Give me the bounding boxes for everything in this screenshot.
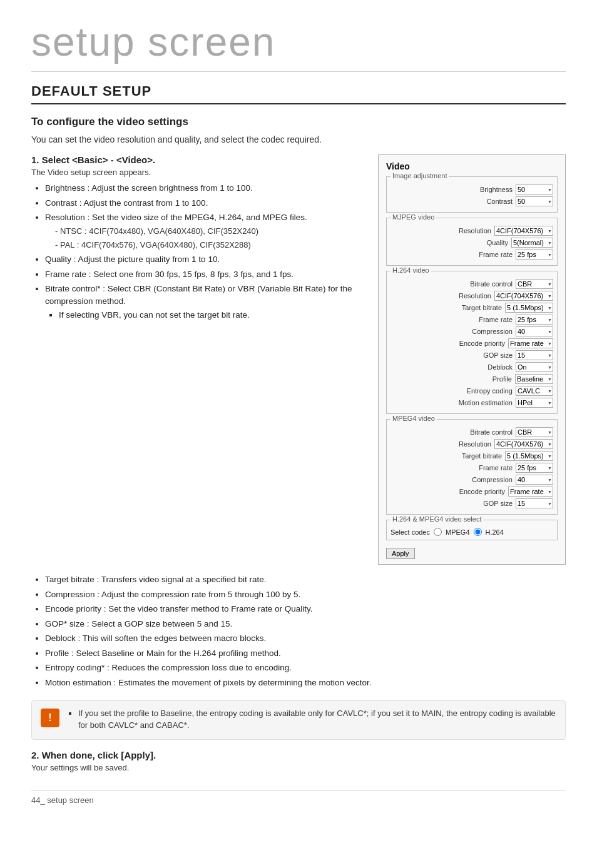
description-text: You can set the video resolution and qua… bbox=[31, 134, 566, 144]
h264-encodepriority-select[interactable]: Frame rate bbox=[508, 338, 553, 348]
h264-bitrate-row: Bitrate control CBR bbox=[390, 279, 553, 289]
mjpeg-framerate-select[interactable]: 25 fps bbox=[516, 250, 553, 260]
h264-encodepriority-select-wrapper[interactable]: Frame rate bbox=[508, 338, 553, 348]
brightness-row: Brightness 50 bbox=[390, 184, 553, 194]
mpeg4-gopsize-select[interactable]: 15 bbox=[516, 498, 553, 508]
step1-number: 1. Select <Basic> - <Video>. bbox=[31, 154, 363, 165]
h264-profile-select-wrapper[interactable]: Baseline bbox=[515, 374, 553, 384]
mpeg4-compression-label: Compression bbox=[390, 476, 516, 483]
list-item: Brightness : Adjust the screen brightnes… bbox=[45, 182, 363, 194]
h264-targetbitrate-select-wrapper[interactable]: 5 (1.5Mbps) bbox=[505, 303, 553, 313]
h264-compression-select[interactable]: 40 bbox=[516, 326, 553, 336]
mpeg4-framerate-select-wrapper[interactable]: 25 fps bbox=[516, 463, 553, 473]
h264-resolution-select-wrapper[interactable]: 4CIF(704X576) bbox=[494, 291, 553, 301]
list-item: Encode priority : Set the video transfer… bbox=[45, 603, 566, 615]
apply-button[interactable]: Apply bbox=[386, 548, 415, 559]
contrast-select[interactable]: 50 bbox=[516, 196, 553, 206]
mpeg4-framerate-select[interactable]: 25 fps bbox=[516, 463, 553, 473]
h264-motionestimation-select[interactable]: HPel bbox=[516, 398, 553, 408]
h264-gopsize-select-wrapper[interactable]: 15 bbox=[516, 350, 553, 360]
step-1: 1. Select <Basic> - <Video>. The Video s… bbox=[31, 154, 363, 321]
codec-select-label: H.264 & MPEG4 video select bbox=[390, 515, 483, 523]
brightness-select-wrapper[interactable]: 50 bbox=[516, 184, 553, 194]
mjpeg-framerate-select-wrapper[interactable]: 25 fps bbox=[516, 250, 553, 260]
mjpeg-resolution-select-wrapper[interactable]: 4CIF(704X576) bbox=[494, 226, 553, 236]
h264-deblock-select[interactable]: On bbox=[516, 362, 553, 372]
h264-resolution-select[interactable]: 4CIF(704X576) bbox=[494, 291, 553, 301]
h264-compression-label: Compression bbox=[390, 328, 516, 335]
note-text: If you set the profile to Baseline, the … bbox=[67, 707, 556, 733]
mpeg4-bitrate-select[interactable]: CBR bbox=[516, 427, 553, 437]
h264-profile-select[interactable]: Baseline bbox=[515, 374, 553, 384]
main-layout: 1. Select <Basic> - <Video>. The Video s… bbox=[31, 154, 566, 565]
h264-profile-row: Profile Baseline bbox=[390, 374, 553, 384]
mpeg4-encodepriority-select[interactable]: Frame rate bbox=[508, 487, 553, 497]
codec-mpeg4-radio[interactable] bbox=[434, 528, 442, 536]
note-list-item: If you set the profile to Baseline, the … bbox=[78, 707, 556, 732]
h264-entropycoding-label: Entropy coding bbox=[390, 387, 516, 395]
h264-gopsize-select[interactable]: 15 bbox=[516, 350, 553, 360]
h264-deblock-select-wrapper[interactable]: On bbox=[516, 362, 553, 372]
mpeg4-gopsize-select-wrapper[interactable]: 15 bbox=[516, 498, 553, 508]
full-bullets-section: Target bitrate : Transfers video signal … bbox=[31, 573, 566, 689]
h264-encodepriority-row: Encode priority Frame rate bbox=[390, 338, 553, 348]
mpeg4-section: MPEG4 video Bitrate control CBR Resoluti… bbox=[386, 419, 558, 515]
list-item: If selecting VBR, you can not set the ta… bbox=[59, 309, 363, 321]
h264-entropycoding-select-wrapper[interactable]: CAVLC bbox=[516, 386, 553, 396]
vbr-note-list: If selecting VBR, you can not set the ta… bbox=[45, 309, 363, 321]
h264-section: H.264 video Bitrate control CBR Resoluti… bbox=[386, 271, 558, 414]
mjpeg-quality-select-wrapper[interactable]: 5(Normal) bbox=[511, 238, 553, 248]
h264-bitrate-select[interactable]: CBR bbox=[516, 279, 553, 289]
codec-h264-radio[interactable] bbox=[474, 528, 482, 536]
list-item: Compression : Adjust the compression rat… bbox=[45, 588, 566, 601]
list-item: Target bitrate : Transfers video signal … bbox=[45, 573, 566, 586]
mpeg4-resolution-select[interactable]: 4CIF(704X576) bbox=[494, 439, 553, 449]
h264-bitrate-select-wrapper[interactable]: CBR bbox=[516, 279, 553, 289]
page-title: setup screen bbox=[31, 19, 566, 72]
h264-entropycoding-row: Entropy coding CAVLC bbox=[390, 386, 553, 396]
mpeg4-gopsize-row: GOP size 15 bbox=[390, 498, 553, 508]
mjpeg-resolution-select[interactable]: 4CIF(704X576) bbox=[494, 226, 553, 236]
list-item: Deblock : This will soften the edges bet… bbox=[45, 632, 566, 645]
h264-gopsize-label: GOP size bbox=[390, 351, 516, 359]
h264-targetbitrate-select[interactable]: 5 (1.5Mbps) bbox=[505, 303, 553, 313]
sub-heading: To configure the video settings bbox=[31, 116, 566, 128]
brightness-select[interactable]: 50 bbox=[516, 184, 553, 194]
mpeg4-bitrate-row: Bitrate control CBR bbox=[390, 427, 553, 437]
h264-entropycoding-select[interactable]: CAVLC bbox=[516, 386, 553, 396]
mpeg4-targetbitrate-row: Target bitrate 5 (1.5Mbps) bbox=[390, 451, 553, 461]
h264-motionestimation-label: Motion estimation bbox=[390, 399, 516, 406]
list-item: Motion estimation : Estimates the moveme… bbox=[45, 677, 566, 689]
mjpeg-quality-select[interactable]: 5(Normal) bbox=[511, 238, 553, 248]
h264-targetbitrate-label: Target bitrate bbox=[390, 304, 505, 311]
mpeg4-bitrate-select-wrapper[interactable]: CBR bbox=[516, 427, 553, 437]
codec-radio-row: Select codec MPEG4 H.264 bbox=[390, 528, 553, 536]
mpeg4-encodepriority-select-wrapper[interactable]: Frame rate bbox=[508, 487, 553, 497]
codec-h264-label: H.264 bbox=[486, 528, 504, 536]
h264-profile-label: Profile bbox=[390, 375, 515, 383]
mpeg4-targetbitrate-select-wrapper[interactable]: 5 (1.5Mbps) bbox=[505, 451, 553, 461]
mpeg4-resolution-row: Resolution 4CIF(704X576) bbox=[390, 439, 553, 449]
mpeg4-gopsize-label: GOP size bbox=[390, 500, 516, 507]
mpeg4-resolution-select-wrapper[interactable]: 4CIF(704X576) bbox=[494, 439, 553, 449]
full-bullet-list: Target bitrate : Transfers video signal … bbox=[31, 573, 566, 689]
mjpeg-quality-row: Quality 5(Normal) bbox=[390, 238, 553, 248]
mpeg4-compression-select-wrapper[interactable]: 40 bbox=[516, 475, 553, 485]
mpeg4-framerate-row: Frame rate 25 fps bbox=[390, 463, 553, 473]
h264-label: H.264 video bbox=[390, 266, 431, 274]
list-item: Frame rate : Select one from 30 fps, 15 … bbox=[45, 268, 363, 281]
step1-bullet-list: Brightness : Adjust the screen brightnes… bbox=[31, 182, 363, 321]
h264-bitrate-label: Bitrate control bbox=[390, 280, 516, 288]
contrast-select-wrapper[interactable]: 50 bbox=[516, 196, 553, 206]
h264-framerate-select[interactable]: 25 fps bbox=[516, 315, 553, 325]
h264-compression-select-wrapper[interactable]: 40 bbox=[516, 326, 553, 336]
mpeg4-targetbitrate-select[interactable]: 5 (1.5Mbps) bbox=[505, 451, 553, 461]
list-item: Contrast : Adjust the contrast from 1 to… bbox=[45, 197, 363, 209]
h264-motionestimation-select-wrapper[interactable]: HPel bbox=[516, 398, 553, 408]
h264-framerate-select-wrapper[interactable]: 25 fps bbox=[516, 315, 553, 325]
mjpeg-label: MJPEG video bbox=[390, 213, 436, 221]
step2-text: When done, click [Apply]. bbox=[42, 750, 156, 760]
mjpeg-resolution-label: Resolution bbox=[390, 227, 494, 235]
mpeg4-compression-select[interactable]: 40 bbox=[516, 475, 553, 485]
mpeg4-targetbitrate-label: Target bitrate bbox=[390, 452, 505, 460]
